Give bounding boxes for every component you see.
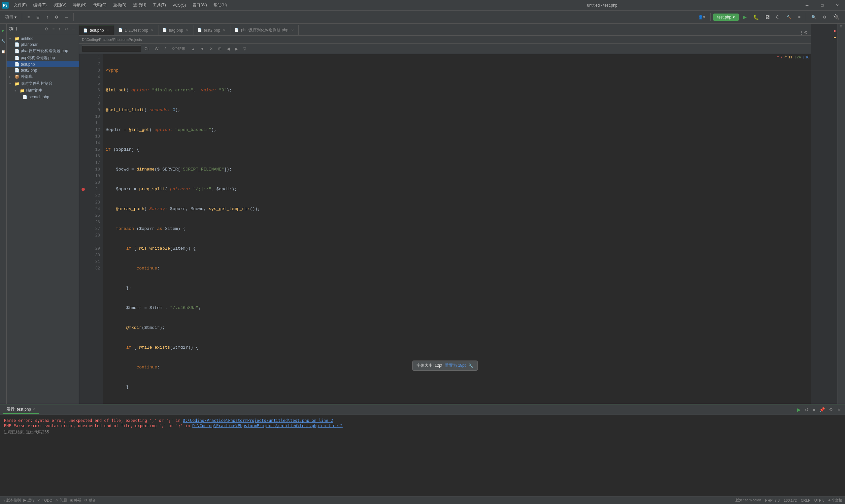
- tree-item-temp-files[interactable]: ▾ 📁 临时文件和控制台: [6, 80, 79, 87]
- search-case-btn[interactable]: Cc: [143, 46, 152, 52]
- search-filter-btn[interactable]: ▽: [241, 46, 248, 52]
- menu-view[interactable]: 视图(V): [50, 0, 70, 11]
- build-button[interactable]: 🔨: [784, 14, 794, 21]
- reset-font-link[interactable]: 重置为 18pt: [445, 363, 466, 368]
- tab-test-php[interactable]: 📄 test.php ✕: [79, 25, 114, 35]
- sidebar-collapse-icon[interactable]: ≡: [51, 26, 56, 32]
- sidebar-filter-icon[interactable]: ⚙: [63, 26, 69, 32]
- tab-close-flag[interactable]: ✕: [185, 28, 189, 33]
- tab-close-dtest[interactable]: ✕: [150, 28, 154, 33]
- panel-icon-1[interactable]: ▶: [0, 26, 7, 34]
- code-content[interactable]: <?php @ini_set( option: "display_errors"…: [103, 54, 811, 404]
- folder-arrow-temp-sub[interactable]: ▾: [15, 89, 18, 92]
- sidebar-sort-icon[interactable]: ↕: [57, 26, 62, 32]
- bottom-close-btn[interactable]: ✕: [836, 407, 842, 413]
- tree-item-temp-subfolder[interactable]: ▾ 📁 临时文件: [6, 87, 79, 94]
- plugin-icon[interactable]: 🔌: [830, 13, 842, 21]
- tab-dtest-php[interactable]: 📄 D:\...\test.php ✕: [114, 25, 158, 35]
- menu-run[interactable]: 运行(U): [130, 0, 150, 11]
- sort-btn[interactable]: ↕: [43, 14, 51, 21]
- bottom-settings-btn[interactable]: ⚙: [828, 407, 834, 413]
- error-count-badge[interactable]: ⚠ 7: [776, 55, 782, 59]
- menu-help[interactable]: 帮助(H): [210, 0, 230, 11]
- structure-btn[interactable]: ≡: [25, 14, 32, 21]
- run-config-selector[interactable]: test.php ▾: [713, 14, 739, 21]
- status-vcs[interactable]: ⑃ 版本控制: [3, 498, 21, 503]
- sidebar-gear-icon[interactable]: ⚙: [43, 26, 50, 32]
- stop-button[interactable]: ■: [795, 14, 803, 21]
- tab-close-phar[interactable]: ✕: [291, 28, 295, 33]
- collapse-btn[interactable]: ─: [63, 14, 71, 21]
- status-problems[interactable]: ⚠ 问题: [55, 498, 67, 503]
- error-link-1[interactable]: D:\Coding\Practice\PhpstormProjects\unti…: [183, 418, 333, 423]
- tree-item-external-libs[interactable]: ▸ 📦 外部库: [6, 73, 79, 80]
- tab-settings-btn[interactable]: ⚙: [804, 30, 808, 35]
- bottom-run-btn[interactable]: ▶: [796, 407, 802, 413]
- tree-item-test2-php[interactable]: 📄 test2.php: [6, 67, 79, 73]
- tree-item-phar-phar[interactable]: 📄 phar.phar: [6, 41, 79, 48]
- folder-arrow-temp[interactable]: ▾: [9, 82, 13, 86]
- list-view-btn[interactable]: ⊟: [34, 14, 42, 21]
- maximize-button[interactable]: □: [815, 0, 830, 11]
- debug-button[interactable]: 🐛: [751, 13, 761, 21]
- status-semicolon[interactable]: 版为: semicolon: [735, 498, 761, 503]
- panel-icon-3[interactable]: 📋: [0, 48, 7, 55]
- folder-arrow-ext[interactable]: ▸: [9, 75, 13, 78]
- editor-area[interactable]: ⚠ 7 ⚠ 11 ↑ 24 ↓ 18: [79, 54, 811, 404]
- right-panel-notifications[interactable]: M: [838, 24, 845, 29]
- search-word-btn[interactable]: W: [153, 46, 160, 52]
- status-indent[interactable]: 4 个空格: [828, 498, 842, 503]
- project-selector[interactable]: 项目 ▾: [3, 13, 19, 21]
- info-count-badge[interactable]: ↓ 18: [803, 55, 809, 59]
- status-line-ending[interactable]: CRLF: [801, 498, 810, 502]
- search-next-btn[interactable]: ▼: [198, 46, 206, 52]
- tree-item-pop-php[interactable]: 📄 pop链构造例题.php: [6, 54, 79, 61]
- tab-phar-php[interactable]: 📄 phar反序列化构造例题.php ✕: [230, 25, 298, 35]
- tree-item-untitled[interactable]: ▾ 📁 untitled: [6, 36, 79, 41]
- notice-count-badge[interactable]: ↑ 24: [794, 55, 801, 59]
- bottom-pin-btn[interactable]: 📌: [818, 407, 826, 413]
- status-run[interactable]: ▶ 运行: [23, 498, 35, 503]
- close-button[interactable]: ✕: [830, 0, 845, 11]
- search-regex-btn[interactable]: .*: [162, 46, 168, 52]
- run-tab-close[interactable]: ✕: [32, 407, 35, 411]
- search-everywhere-btn[interactable]: 🔍: [809, 14, 819, 21]
- menu-edit[interactable]: 编辑(E): [30, 0, 50, 11]
- menu-refactor[interactable]: 重构(B): [110, 0, 130, 11]
- tab-flag-php[interactable]: 📄 flag.php ✕: [158, 25, 193, 35]
- tab-test2-php[interactable]: 📄 test2.php ✕: [193, 25, 230, 35]
- status-todo[interactable]: ☑ TODO: [37, 498, 52, 502]
- run-tab[interactable]: 运行: test.php ✕: [3, 405, 39, 414]
- coverage-button[interactable]: ⛾: [763, 14, 772, 21]
- tree-item-phar-php[interactable]: 📄 phar反序列化构造例题.php: [6, 48, 79, 54]
- run-output[interactable]: Parse error: syntax error, unexpected en…: [0, 415, 845, 496]
- wrench-icon[interactable]: 🔧: [469, 363, 473, 368]
- settings-btn[interactable]: ⚙: [52, 14, 61, 21]
- search-prev-btn[interactable]: ▲: [189, 46, 197, 52]
- status-terminal[interactable]: ▣ 终端: [70, 498, 82, 503]
- menu-window[interactable]: 窗口(W): [189, 0, 210, 11]
- search-close-btn[interactable]: ✕: [208, 46, 215, 52]
- error-link-2[interactable]: D:\Coding\Practice\PhpstormProjects\unti…: [192, 424, 342, 428]
- profile-button[interactable]: ⏱: [773, 14, 782, 21]
- search-multiline-btn[interactable]: ⊞: [216, 46, 224, 52]
- tree-item-scratch-php[interactable]: 📄 scratch.php: [6, 94, 79, 100]
- status-encoding[interactable]: UTF-8: [814, 498, 825, 502]
- menu-file[interactable]: 文件(F): [11, 0, 30, 11]
- tree-item-test-php[interactable]: 📄 test.php: [6, 61, 79, 67]
- warning-count-badge[interactable]: ⚠ 11: [784, 55, 792, 59]
- menu-navigate[interactable]: 导航(N): [70, 0, 90, 11]
- menu-vcs[interactable]: VCS(S): [169, 0, 190, 11]
- menu-tools[interactable]: 工具(T): [149, 0, 169, 11]
- sidebar-hide-icon[interactable]: ─: [71, 26, 76, 32]
- search-next2-btn[interactable]: ▶: [233, 46, 240, 52]
- tab-list-btn[interactable]: ⋮: [799, 30, 804, 35]
- search-prev2-btn[interactable]: ◀: [225, 46, 232, 52]
- tab-close-test2[interactable]: ✕: [222, 28, 226, 33]
- bottom-stop-btn[interactable]: ■: [811, 407, 816, 413]
- code-editor[interactable]: 1 2 3 4 5 6 7 8 9 10 11 12 13 14: [79, 54, 811, 404]
- search-input[interactable]: [82, 46, 141, 52]
- run-button[interactable]: ▶: [740, 13, 749, 21]
- folder-arrow-untitled[interactable]: ▾: [9, 37, 13, 40]
- settings-main-btn[interactable]: ⚙: [820, 14, 829, 21]
